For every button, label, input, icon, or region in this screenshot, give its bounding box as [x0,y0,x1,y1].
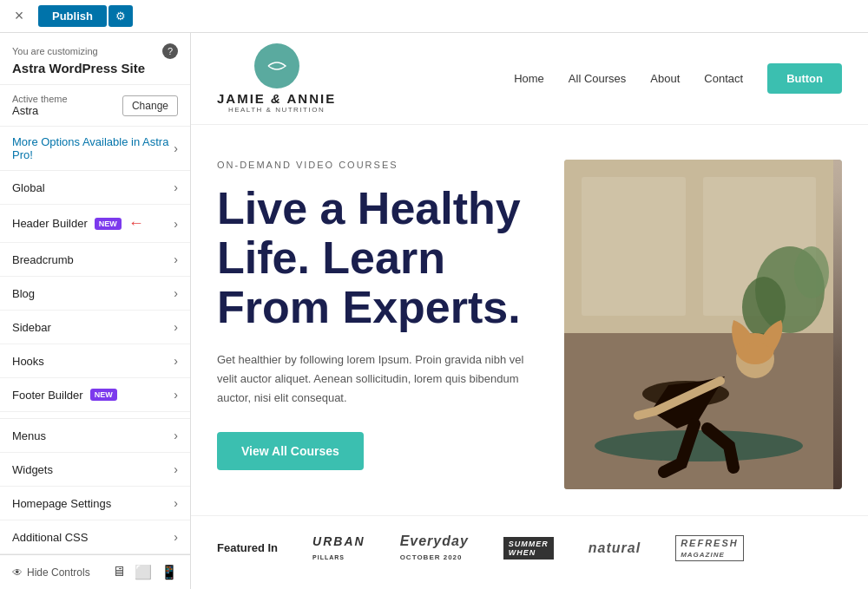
main-nav: Home All Courses About Contact Button [514,63,842,94]
featured-section: Featured In UrbanPILLARS EverydayOCTOBER… [191,515,868,579]
hero-label: ON-DEMAND VIDEO COURSES [217,160,538,170]
mobile-icon[interactable]: 📱 [161,564,178,580]
brand-everyday: EverydayOCTOBER 2020 [400,533,469,562]
arrow-indicator: ← [128,214,144,232]
astra-pro-banner[interactable]: More Options Available in Astra Pro! › [0,127,190,171]
chevron-right-icon: › [174,496,178,510]
sidebar-item-sidebar[interactable]: Sidebar › [0,311,190,344]
hero-image [564,160,842,489]
sidebar-item-label: Blog [12,287,35,300]
hero-description: Get healthier by following lorem Ipsum. … [217,350,529,408]
sidebar-item-label: Footer Builder [12,389,83,402]
hide-controls-label: Hide Controls [27,566,90,579]
theme-name: Astra [12,104,68,117]
site-name: Astra WordPress Site [12,61,178,75]
chevron-right-icon: › [174,180,178,194]
new-badge: NEW [90,389,117,401]
logo: JAMIE & ANNIE HEALTH & NUTRITION [217,43,336,114]
sidebar-item-label: Sidebar [12,321,51,334]
sidebar-item-label: Breadcrumb [12,253,74,266]
change-theme-button[interactable]: Change [122,95,178,116]
top-bar: × Publish ⚙ [0,0,868,33]
sidebar-item-blog[interactable]: Blog › [0,277,190,311]
featured-label: Featured In [217,541,278,554]
close-button[interactable]: × [7,4,31,29]
theme-label: Active theme [12,94,68,104]
preview-area: JAMIE & ANNIE HEALTH & NUTRITION Home Al… [191,33,868,589]
nav-all-courses[interactable]: All Courses [569,72,626,85]
astra-pro-chevron: › [174,141,178,155]
chevron-right-icon: › [174,462,178,476]
sidebar-item-footer-builder[interactable]: Footer Builder NEW › [0,378,190,412]
svg-point-6 [794,246,829,298]
sidebar-item-global[interactable]: Global › [0,171,190,205]
sidebar-header: You are customizing ? Astra WordPress Si… [0,33,190,85]
nav-about[interactable]: About [650,72,680,85]
brand-natural: natural [589,540,641,556]
sidebar-item-homepage-settings[interactable]: Homepage Settings › [0,487,190,520]
sidebar-item-additional-css[interactable]: Additional CSS › [0,520,190,554]
sidebar-item-label: Global [12,181,45,194]
svg-rect-2 [582,177,686,316]
customizing-row: You are customizing ? [12,43,178,59]
brand-logos: UrbanPILLARS EverydayOCTOBER 2020 SUMMER… [312,533,744,562]
desktop-icon[interactable]: 🖥 [112,564,126,580]
customizing-text: You are customizing [12,46,98,56]
theme-row: Active theme Astra Change [0,85,190,127]
chevron-right-icon: › [174,217,178,231]
gear-button[interactable]: ⚙ [108,5,133,27]
main-layout: You are customizing ? Astra WordPress Si… [0,33,868,589]
hero-image-inner [564,160,842,489]
svg-point-7 [595,430,803,461]
logo-circle [254,43,299,88]
chevron-right-icon: › [174,320,178,334]
brand-summer: SUMMERWHEN [503,537,554,560]
brand-urban: UrbanPILLARS [312,534,365,562]
yoga-illustration [564,160,833,489]
sidebar-item-label: Widgets [12,463,53,476]
sidebar-item-widgets[interactable]: Widgets › [0,453,190,487]
sidebar-footer: 👁 Hide Controls 🖥 ⬜ 📱 [0,554,190,589]
sidebar-item-breadcrumb[interactable]: Breadcrumb › [0,243,190,277]
sidebar: You are customizing ? Astra WordPress Si… [0,33,191,589]
chevron-right-icon: › [174,388,178,402]
brand-refresh: REFRESHMAGAZINE [675,535,744,561]
sidebar-item-label: Hooks [12,355,44,368]
hero-section: ON-DEMAND VIDEO COURSES Live a Healthy L… [191,125,868,515]
sidebar-item-label: Homepage Settings [12,497,111,510]
astra-pro-text: More Options Available in Astra Pro! [12,135,174,161]
hero-title: Live a Healthy Life. Learn From Experts. [217,184,538,333]
close-icon: × [15,7,24,25]
tablet-icon[interactable]: ⬜ [135,564,152,580]
sidebar-item-menus[interactable]: Menus › [0,419,190,453]
chevron-right-icon: › [174,286,178,300]
nav-cta-button[interactable]: Button [767,63,842,94]
publish-button[interactable]: Publish [38,5,107,27]
nav-home[interactable]: Home [514,72,544,85]
eye-icon: 👁 [12,566,23,579]
view-all-courses-button[interactable]: View All Courses [217,432,364,470]
sidebar-item-header-builder[interactable]: Header Builder NEW ← › [0,205,190,243]
chevron-right-icon: › [174,252,178,266]
sidebar-item-label: Menus [12,429,46,442]
logo-subtitle: HEALTH & NUTRITION [217,106,336,114]
device-icons: 🖥 ⬜ 📱 [112,564,178,580]
nav-contact[interactable]: Contact [704,72,743,85]
sidebar-item-label: Additional CSS [12,531,88,544]
new-badge: NEW [95,218,122,230]
hide-controls-button[interactable]: 👁 Hide Controls [12,566,90,579]
chevron-right-icon: › [174,530,178,544]
sidebar-item-label: Header Builder [12,217,88,230]
logo-svg [264,57,290,75]
chevron-right-icon: › [174,354,178,368]
website-header: JAMIE & ANNIE HEALTH & NUTRITION Home Al… [191,33,868,125]
hero-content: ON-DEMAND VIDEO COURSES Live a Healthy L… [217,160,538,489]
logo-name: JAMIE & ANNIE [217,91,336,106]
chevron-right-icon: › [174,429,178,442]
gear-icon: ⚙ [115,10,126,23]
help-icon[interactable]: ? [162,43,178,59]
sidebar-item-hooks[interactable]: Hooks › [0,344,190,378]
